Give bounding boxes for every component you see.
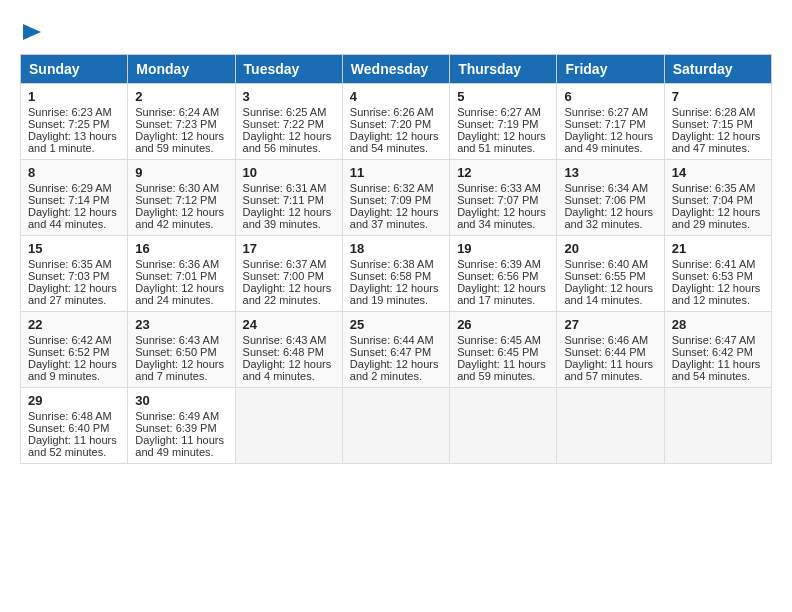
day-number: 1 [28, 89, 120, 104]
sunrise-text: Sunrise: 6:33 AM [457, 182, 549, 194]
calendar-header-row: SundayMondayTuesdayWednesdayThursdayFrid… [21, 55, 772, 84]
daylight-text: Daylight: 12 hours and 22 minutes. [243, 282, 335, 306]
calendar-week-4: 22Sunrise: 6:42 AMSunset: 6:52 PMDayligh… [21, 312, 772, 388]
calendar-cell: 21Sunrise: 6:41 AMSunset: 6:53 PMDayligh… [664, 236, 771, 312]
logo-line1 [20, 20, 41, 44]
day-header-thursday: Thursday [450, 55, 557, 84]
sunset-text: Sunset: 7:19 PM [457, 118, 549, 130]
day-number: 20 [564, 241, 656, 256]
sunset-text: Sunset: 6:50 PM [135, 346, 227, 358]
calendar-cell: 10Sunrise: 6:31 AMSunset: 7:11 PMDayligh… [235, 160, 342, 236]
calendar-cell: 5Sunrise: 6:27 AMSunset: 7:19 PMDaylight… [450, 84, 557, 160]
daylight-text: Daylight: 12 hours and 54 minutes. [350, 130, 442, 154]
day-number: 12 [457, 165, 549, 180]
calendar-table: SundayMondayTuesdayWednesdayThursdayFrid… [20, 54, 772, 464]
calendar-cell: 1Sunrise: 6:23 AMSunset: 7:25 PMDaylight… [21, 84, 128, 160]
sunset-text: Sunset: 6:53 PM [672, 270, 764, 282]
calendar-cell: 7Sunrise: 6:28 AMSunset: 7:15 PMDaylight… [664, 84, 771, 160]
daylight-text: Daylight: 11 hours and 57 minutes. [564, 358, 656, 382]
calendar-cell: 2Sunrise: 6:24 AMSunset: 7:23 PMDaylight… [128, 84, 235, 160]
calendar-cell: 6Sunrise: 6:27 AMSunset: 7:17 PMDaylight… [557, 84, 664, 160]
calendar-cell: 4Sunrise: 6:26 AMSunset: 7:20 PMDaylight… [342, 84, 449, 160]
sunrise-text: Sunrise: 6:37 AM [243, 258, 335, 270]
calendar-cell: 16Sunrise: 6:36 AMSunset: 7:01 PMDayligh… [128, 236, 235, 312]
sunset-text: Sunset: 7:25 PM [28, 118, 120, 130]
daylight-text: Daylight: 12 hours and 56 minutes. [243, 130, 335, 154]
sunrise-text: Sunrise: 6:45 AM [457, 334, 549, 346]
sunrise-text: Sunrise: 6:41 AM [672, 258, 764, 270]
daylight-text: Daylight: 12 hours and 47 minutes. [672, 130, 764, 154]
daylight-text: Daylight: 12 hours and 14 minutes. [564, 282, 656, 306]
day-number: 27 [564, 317, 656, 332]
day-header-sunday: Sunday [21, 55, 128, 84]
sunrise-text: Sunrise: 6:24 AM [135, 106, 227, 118]
calendar-cell [235, 388, 342, 464]
sunrise-text: Sunrise: 6:34 AM [564, 182, 656, 194]
day-number: 13 [564, 165, 656, 180]
daylight-text: Daylight: 12 hours and 19 minutes. [350, 282, 442, 306]
daylight-text: Daylight: 12 hours and 2 minutes. [350, 358, 442, 382]
sunrise-text: Sunrise: 6:43 AM [243, 334, 335, 346]
calendar-cell: 26Sunrise: 6:45 AMSunset: 6:45 PMDayligh… [450, 312, 557, 388]
logo [20, 20, 41, 44]
sunrise-text: Sunrise: 6:28 AM [672, 106, 764, 118]
daylight-text: Daylight: 13 hours and 1 minute. [28, 130, 120, 154]
sunrise-text: Sunrise: 6:29 AM [28, 182, 120, 194]
sunset-text: Sunset: 7:22 PM [243, 118, 335, 130]
sunset-text: Sunset: 7:20 PM [350, 118, 442, 130]
day-number: 29 [28, 393, 120, 408]
sunset-text: Sunset: 6:39 PM [135, 422, 227, 434]
page-header [20, 20, 772, 44]
day-number: 15 [28, 241, 120, 256]
day-number: 26 [457, 317, 549, 332]
sunset-text: Sunset: 7:14 PM [28, 194, 120, 206]
daylight-text: Daylight: 12 hours and 24 minutes. [135, 282, 227, 306]
sunset-text: Sunset: 7:07 PM [457, 194, 549, 206]
calendar-cell: 30Sunrise: 6:49 AMSunset: 6:39 PMDayligh… [128, 388, 235, 464]
daylight-text: Daylight: 12 hours and 7 minutes. [135, 358, 227, 382]
svg-marker-0 [23, 24, 41, 40]
daylight-text: Daylight: 12 hours and 34 minutes. [457, 206, 549, 230]
day-number: 9 [135, 165, 227, 180]
sunrise-text: Sunrise: 6:30 AM [135, 182, 227, 194]
daylight-text: Daylight: 12 hours and 32 minutes. [564, 206, 656, 230]
calendar-cell: 29Sunrise: 6:48 AMSunset: 6:40 PMDayligh… [21, 388, 128, 464]
day-number: 7 [672, 89, 764, 104]
day-number: 17 [243, 241, 335, 256]
calendar-cell: 12Sunrise: 6:33 AMSunset: 7:07 PMDayligh… [450, 160, 557, 236]
sunset-text: Sunset: 7:06 PM [564, 194, 656, 206]
day-number: 10 [243, 165, 335, 180]
calendar-cell [450, 388, 557, 464]
sunrise-text: Sunrise: 6:36 AM [135, 258, 227, 270]
day-header-friday: Friday [557, 55, 664, 84]
sunrise-text: Sunrise: 6:27 AM [564, 106, 656, 118]
sunrise-text: Sunrise: 6:44 AM [350, 334, 442, 346]
day-number: 25 [350, 317, 442, 332]
sunset-text: Sunset: 7:15 PM [672, 118, 764, 130]
sunrise-text: Sunrise: 6:38 AM [350, 258, 442, 270]
sunrise-text: Sunrise: 6:46 AM [564, 334, 656, 346]
sunset-text: Sunset: 6:45 PM [457, 346, 549, 358]
sunset-text: Sunset: 6:40 PM [28, 422, 120, 434]
sunset-text: Sunset: 7:17 PM [564, 118, 656, 130]
sunset-text: Sunset: 7:11 PM [243, 194, 335, 206]
sunset-text: Sunset: 6:52 PM [28, 346, 120, 358]
day-number: 16 [135, 241, 227, 256]
sunset-text: Sunset: 6:47 PM [350, 346, 442, 358]
sunrise-text: Sunrise: 6:32 AM [350, 182, 442, 194]
calendar-week-1: 1Sunrise: 6:23 AMSunset: 7:25 PMDaylight… [21, 84, 772, 160]
calendar-cell [342, 388, 449, 464]
calendar-cell: 24Sunrise: 6:43 AMSunset: 6:48 PMDayligh… [235, 312, 342, 388]
sunset-text: Sunset: 6:48 PM [243, 346, 335, 358]
day-number: 14 [672, 165, 764, 180]
sunset-text: Sunset: 7:01 PM [135, 270, 227, 282]
calendar-cell: 17Sunrise: 6:37 AMSunset: 7:00 PMDayligh… [235, 236, 342, 312]
sunset-text: Sunset: 6:58 PM [350, 270, 442, 282]
day-number: 2 [135, 89, 227, 104]
day-number: 28 [672, 317, 764, 332]
day-number: 23 [135, 317, 227, 332]
sunrise-text: Sunrise: 6:39 AM [457, 258, 549, 270]
sunrise-text: Sunrise: 6:27 AM [457, 106, 549, 118]
daylight-text: Daylight: 12 hours and 9 minutes. [28, 358, 120, 382]
daylight-text: Daylight: 12 hours and 42 minutes. [135, 206, 227, 230]
